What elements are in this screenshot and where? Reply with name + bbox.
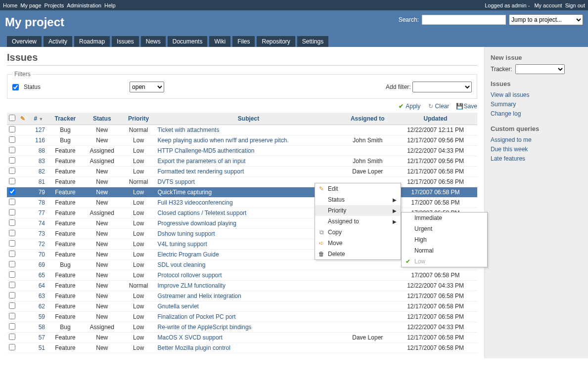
issue-id-link[interactable]: 65 bbox=[39, 272, 45, 279]
table-row[interactable]: 63FeatureNewLowGstreamer and Helix integ… bbox=[7, 291, 477, 301]
table-row[interactable]: 62FeatureNewLowGnutella servlet12/17/200… bbox=[7, 301, 477, 312]
issue-subject-link[interactable]: Gnutella servlet bbox=[158, 303, 199, 310]
top-menu-administration[interactable]: Administration bbox=[67, 2, 101, 8]
ctx-assigned[interactable]: Assigned to▶ bbox=[315, 216, 401, 227]
row-checkbox[interactable] bbox=[9, 261, 15, 267]
sidebar-query-late-features[interactable]: Late features bbox=[491, 154, 582, 164]
ctx-move[interactable]: ➪Move bbox=[315, 238, 401, 249]
context-submenu-priority[interactable]: ImmediateUrgentHighNormal✔Low bbox=[401, 212, 488, 267]
context-menu[interactable]: ✎EditStatus▶Priority▶Assigned to▶⧉Copy➪M… bbox=[315, 183, 401, 260]
sidebar-link-view-all-issues[interactable]: View all issues bbox=[491, 90, 582, 100]
issue-subject-link[interactable]: Full H323 videoconferencing bbox=[158, 199, 233, 206]
ctx-priority[interactable]: Priority▶ bbox=[315, 205, 401, 216]
issue-subject-link[interactable]: Better Mozilla plugin control bbox=[158, 344, 230, 351]
issue-id-link[interactable]: 88 bbox=[39, 147, 45, 154]
ctx-priority-urgent[interactable]: Urgent bbox=[402, 223, 487, 234]
issue-id-link[interactable]: 62 bbox=[39, 303, 45, 310]
table-row[interactable]: 116BugNewLowKeep playing audio when rw/f… bbox=[7, 135, 477, 146]
issue-id-link[interactable]: 74 bbox=[39, 220, 45, 227]
issue-id-link[interactable]: 51 bbox=[39, 344, 45, 351]
ctx-status[interactable]: Status▶ bbox=[315, 194, 401, 205]
top-menu-sign-out[interactable]: Sign out bbox=[565, 2, 585, 8]
row-checkbox[interactable] bbox=[9, 219, 15, 226]
col-status[interactable]: Status bbox=[83, 113, 122, 125]
issue-id-link[interactable]: 64 bbox=[39, 282, 45, 289]
row-checkbox[interactable] bbox=[9, 251, 15, 257]
row-checkbox[interactable] bbox=[9, 292, 15, 298]
issue-subject-link[interactable]: SDL vout cleaning bbox=[158, 261, 206, 268]
issue-id-link[interactable]: 58 bbox=[39, 324, 45, 331]
tab-activity[interactable]: Activity bbox=[44, 36, 72, 47]
issue-id-link[interactable]: 79 bbox=[39, 189, 45, 196]
col-tracker[interactable]: Tracker bbox=[48, 113, 83, 125]
issue-subject-link[interactable]: DVTS support bbox=[158, 178, 195, 185]
row-checkbox[interactable] bbox=[9, 230, 15, 236]
tab-wiki[interactable]: Wiki bbox=[209, 36, 230, 47]
col-id[interactable]: # ▼ bbox=[29, 113, 48, 125]
row-checkbox[interactable] bbox=[9, 282, 15, 288]
issue-subject-link[interactable]: HTTP Challenge-MD5 authentication bbox=[158, 147, 255, 154]
tab-repository[interactable]: Repository bbox=[257, 36, 295, 47]
sidebar-query-due-this-week[interactable]: Due this week bbox=[491, 145, 582, 154]
ctx-edit[interactable]: ✎Edit bbox=[315, 183, 401, 194]
col-subject[interactable]: Subject bbox=[156, 113, 342, 125]
filter-status-operator[interactable]: open bbox=[130, 82, 164, 92]
table-row[interactable]: 59FeatureNewLowFinalization of Pocket PC… bbox=[7, 312, 477, 322]
issue-id-link[interactable]: 77 bbox=[39, 210, 45, 216]
row-checkbox[interactable] bbox=[9, 302, 15, 309]
ctx-priority-low[interactable]: ✔Low bbox=[402, 256, 487, 267]
issue-subject-link[interactable]: Closed captions / Teletext support bbox=[158, 210, 247, 216]
issue-subject-link[interactable]: Dshow tuning support bbox=[158, 230, 215, 237]
col-updated[interactable]: Updated bbox=[394, 113, 477, 125]
tab-news[interactable]: News bbox=[141, 36, 166, 47]
issue-id-link[interactable]: 116 bbox=[35, 137, 45, 144]
issue-id-link[interactable]: 70 bbox=[39, 251, 45, 258]
row-checkbox[interactable] bbox=[9, 168, 15, 174]
tab-roadmap[interactable]: Roadmap bbox=[74, 36, 110, 47]
issue-subject-link[interactable]: V4L tuning support bbox=[158, 241, 207, 248]
table-row[interactable]: 51FeatureNewLowBetter Mozilla plugin con… bbox=[7, 343, 477, 353]
issue-id-link[interactable]: 82 bbox=[39, 168, 45, 175]
ctx-priority-immediate[interactable]: Immediate bbox=[402, 212, 487, 223]
sidebar-query-assigned-to-me[interactable]: Assigned to me bbox=[491, 135, 582, 145]
col-checkbox[interactable] bbox=[7, 113, 17, 125]
filter-status-checkbox[interactable] bbox=[12, 84, 19, 90]
tab-settings[interactable]: Settings bbox=[297, 36, 328, 47]
top-menu-help[interactable]: Help bbox=[104, 2, 116, 8]
row-checkbox[interactable] bbox=[9, 126, 15, 132]
row-checkbox[interactable] bbox=[9, 313, 15, 319]
top-menu-my-account[interactable]: My account bbox=[534, 2, 562, 8]
row-checkbox[interactable] bbox=[9, 209, 15, 215]
top-menu-my-page[interactable]: My page bbox=[20, 2, 41, 8]
row-checkbox[interactable] bbox=[9, 136, 15, 143]
issue-id-link[interactable]: 57 bbox=[39, 334, 45, 341]
tab-issues[interactable]: Issues bbox=[112, 36, 139, 47]
issue-subject-link[interactable]: Keep playing audio when rw/ff and preser… bbox=[158, 137, 289, 144]
issue-subject-link[interactable]: MacOS X SVCD support bbox=[158, 334, 223, 341]
table-row[interactable]: 81FeatureNewNormalDVTS support12/17/2007… bbox=[7, 177, 477, 187]
table-row[interactable]: 88FeatureAssignedLowHTTP Challenge-MD5 a… bbox=[7, 146, 477, 156]
issue-id-link[interactable]: 78 bbox=[39, 199, 45, 206]
add-filter-select[interactable] bbox=[412, 82, 472, 92]
tab-overview[interactable]: Overview bbox=[7, 36, 42, 47]
issue-subject-link[interactable]: Progressive download playing bbox=[158, 220, 236, 227]
row-checkbox[interactable] bbox=[9, 199, 15, 205]
table-row[interactable]: 57FeatureNewLowMacOS X SVCD supportDave … bbox=[7, 333, 477, 343]
row-checkbox[interactable] bbox=[9, 178, 15, 184]
clear-link[interactable]: ↻Clear bbox=[427, 103, 450, 110]
sidebar-link-summary[interactable]: Summary bbox=[491, 100, 582, 109]
table-row[interactable]: 78FeatureNewLowFull H323 videoconferenci… bbox=[7, 198, 477, 208]
issue-id-link[interactable]: 59 bbox=[39, 313, 45, 320]
row-checkbox[interactable] bbox=[9, 147, 15, 153]
project-jump-select[interactable]: Jump to a project... bbox=[509, 14, 583, 25]
issue-subject-link[interactable]: Finalization of Pocket PC port bbox=[158, 313, 236, 320]
issue-id-link[interactable]: 72 bbox=[39, 241, 45, 248]
row-checkbox[interactable] bbox=[9, 188, 15, 195]
issue-subject-link[interactable]: Formatted text rendering support bbox=[158, 168, 244, 175]
search-input[interactable] bbox=[422, 15, 506, 25]
row-checkbox[interactable] bbox=[9, 240, 15, 247]
issue-id-link[interactable]: 83 bbox=[39, 158, 45, 165]
table-row[interactable]: 127BugNewNormalTicket with attachments12… bbox=[7, 125, 477, 135]
row-checkbox[interactable] bbox=[9, 157, 15, 164]
tab-files[interactable]: Files bbox=[232, 36, 255, 47]
